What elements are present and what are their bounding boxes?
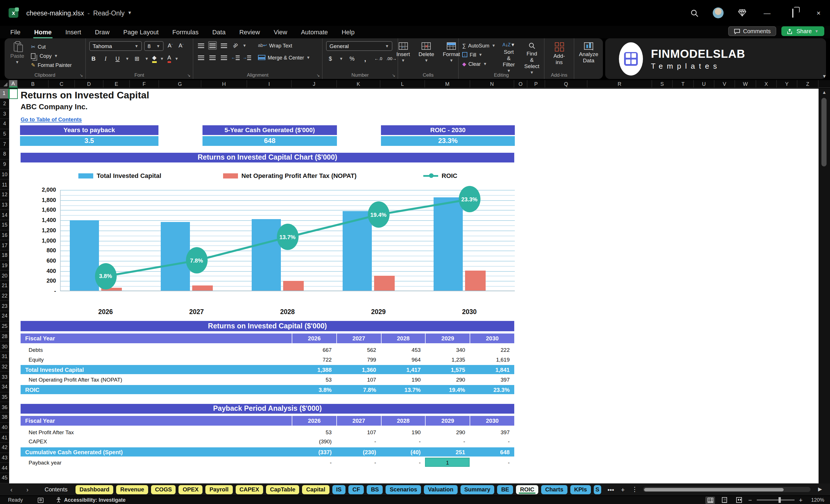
sheet-tab-valuation[interactable]: Valuation [424, 485, 457, 494]
payback-table-row-label[interactable]: Net Profit After Tax [21, 427, 292, 437]
sheet-tab-is[interactable]: IS [332, 485, 346, 494]
row-header-23[interactable]: 23 [0, 301, 9, 311]
roic-table-cell[interactable]: 722 [292, 355, 337, 364]
sheet-tab-capex[interactable]: CAPEX [235, 485, 263, 494]
roic-table-cell[interactable]: 964 [381, 355, 425, 364]
sheet-tab-roic[interactable]: ROIC [516, 485, 538, 494]
roic-table-cell[interactable]: 1,417 [381, 365, 425, 374]
sheet-tab-summary[interactable]: Summary [460, 485, 494, 494]
sheet-tab-revenue[interactable]: Revenue [117, 485, 148, 494]
select-all-corner[interactable] [0, 80, 9, 88]
column-header-Z[interactable]: Z [797, 80, 819, 88]
payback-table-cell[interactable]: - [470, 437, 514, 446]
row-header-41[interactable]: 41 [0, 433, 9, 443]
column-header-X[interactable]: X [756, 80, 777, 88]
increase-indent-button[interactable]: → [243, 53, 251, 62]
roic-table-cell[interactable]: 13.7% [381, 385, 425, 394]
roic-table-row-label[interactable]: Equity [21, 355, 292, 364]
row-header-14[interactable]: 14 [0, 210, 9, 220]
paste-button[interactable]: Paste▼ [8, 41, 27, 69]
sheet-tab-opex[interactable]: OPEX [179, 485, 203, 494]
borders-button[interactable]: ⊞ [133, 54, 141, 63]
row-header-36[interactable]: 36 [0, 403, 9, 412]
payback-table-cell[interactable]: 251 [425, 447, 470, 456]
kpi-value-1[interactable]: 648 [202, 136, 337, 146]
roic-table-cell[interactable]: 799 [337, 355, 381, 364]
row-header-44[interactable]: 44 [0, 463, 9, 473]
sheet-tab-payroll[interactable]: Payroll [205, 485, 232, 494]
column-header-E[interactable]: E [103, 80, 130, 88]
row-header-33[interactable]: 33 [0, 372, 9, 382]
ribbon-tab-draw[interactable]: Draw [95, 29, 109, 35]
row-header-4[interactable]: 4 [0, 119, 9, 129]
ribbon-tab-help[interactable]: Help [342, 29, 354, 35]
zoom-level[interactable]: 120% [807, 497, 824, 503]
sheet-tab-scenarios[interactable]: Scenarios [386, 485, 421, 494]
sheet-tab-be[interactable]: BE [497, 485, 513, 494]
roic-table-cell[interactable]: 340 [425, 345, 470, 354]
roic-table-cell[interactable]: 53 [292, 375, 337, 384]
number-format-select[interactable]: General▼ [326, 41, 392, 51]
page-break-view-button[interactable] [734, 496, 744, 504]
row-header-11[interactable]: 11 [0, 180, 9, 190]
payback-table-cell[interactable]: 107 [337, 427, 381, 437]
payback-table-cell[interactable]: 397 [470, 427, 514, 437]
ribbon-tab-file[interactable]: File [10, 29, 20, 35]
zoom-out-button[interactable]: − [748, 497, 752, 503]
sheet-tab-captable[interactable]: CapTable [266, 485, 299, 494]
row-header-5[interactable]: 5 [0, 129, 9, 139]
roic-table-cell[interactable]: 453 [381, 345, 425, 354]
payback-table-header-year-2029[interactable]: 2029 [425, 416, 470, 426]
comma-format-button[interactable]: , [361, 54, 370, 63]
scroll-up-icon[interactable]: ▲ [819, 90, 830, 95]
payback-table-header-year-2026[interactable]: 2026 [292, 416, 337, 426]
row-header-21[interactable]: 21 [0, 281, 9, 291]
merge-center-button[interactable]: Merge & Center▼ [258, 53, 310, 62]
payback-table-cell[interactable]: (230) [337, 447, 381, 456]
roic-table-header-year-2026[interactable]: 2026 [292, 334, 337, 343]
restore-button[interactable] [786, 9, 800, 17]
format-painter-button[interactable]: ✎Format Painter [31, 61, 72, 69]
kpi-value-0[interactable]: 3.5 [20, 136, 158, 146]
ribbon-tab-data[interactable]: Data [212, 29, 226, 35]
italic-button[interactable]: I [101, 54, 110, 63]
fill-button[interactable]: ↓Fill▼ [462, 50, 496, 59]
kpi-value-2[interactable]: 23.3% [381, 136, 515, 146]
row-header-34[interactable]: 34 [0, 382, 9, 392]
row-header-32[interactable]: 32 [0, 362, 9, 372]
payback-table-cell[interactable]: (337) [292, 447, 337, 456]
close-button[interactable]: × [812, 9, 825, 17]
row-header-20[interactable]: 20 [0, 271, 9, 281]
roic-table-header-fiscal-year[interactable]: Fiscal Year [21, 334, 292, 343]
payback-table-cell[interactable]: 190 [381, 427, 425, 437]
wrap-text-button[interactable]: ab↩Wrap Text [258, 41, 292, 50]
row-header-3[interactable]: 3 [0, 109, 9, 119]
roic-table-cell[interactable]: 19.4% [425, 385, 470, 394]
row-header-2[interactable]: 2 [0, 99, 9, 109]
sheet-tab-cf[interactable]: CF [348, 485, 364, 494]
row-header-38[interactable]: 38 [0, 412, 9, 422]
row-header-12[interactable]: 12 [0, 190, 9, 200]
addins-button[interactable]: Add-ins [548, 41, 570, 66]
autosum-button[interactable]: ∑AutoSum▼ [462, 41, 496, 50]
column-header-L[interactable]: L [380, 80, 425, 88]
ribbon-tab-insert[interactable]: Insert [65, 29, 81, 35]
column-header-D[interactable]: D [75, 80, 103, 88]
roic-table-header-year-2028[interactable]: 2028 [381, 334, 425, 343]
orientation-button[interactable]: ab [231, 41, 240, 50]
roic-table-cell[interactable]: 190 [381, 375, 425, 384]
macro-record-icon[interactable] [38, 497, 43, 503]
roic-table-row-label[interactable]: Net Operating Profit After Tax (NOPAT) [21, 375, 292, 384]
payback-table-cell[interactable]: 53 [292, 427, 337, 437]
row-header-15[interactable]: 15 [0, 220, 9, 230]
readonly-badge[interactable]: Read-Only [93, 9, 125, 16]
align-bottom-button[interactable] [220, 41, 228, 50]
align-center-button[interactable] [208, 53, 217, 62]
row-header-40[interactable]: 40 [0, 422, 9, 433]
column-header-A[interactable]: A [9, 80, 18, 88]
payback-table-row-label[interactable]: Cumulative Cash Generated (Spent) [21, 447, 292, 456]
payback-table-row-label[interactable]: Payback year [21, 458, 292, 467]
sheet-tab-cogs[interactable]: COGS [151, 485, 176, 494]
column-header-T[interactable]: T [673, 80, 694, 88]
roic-table-cell[interactable]: 1,575 [425, 365, 470, 374]
